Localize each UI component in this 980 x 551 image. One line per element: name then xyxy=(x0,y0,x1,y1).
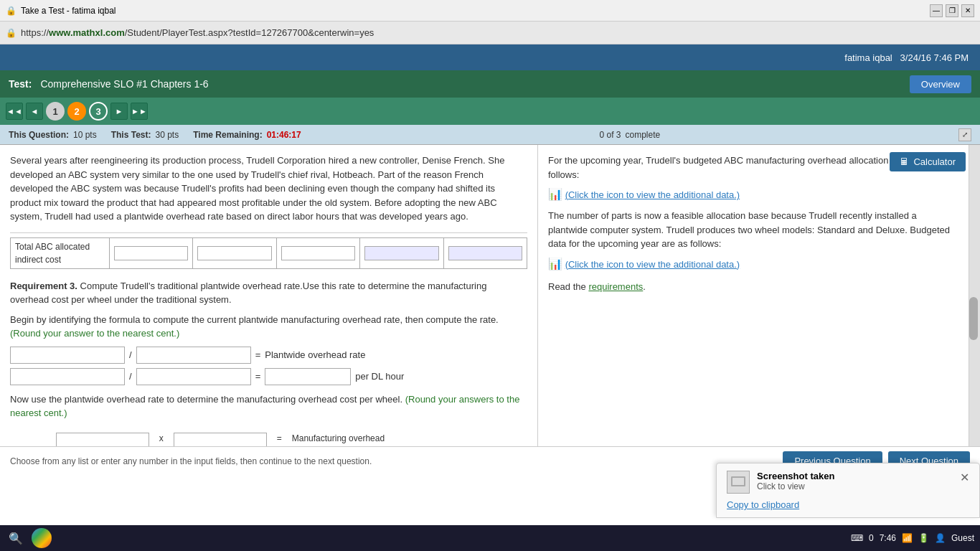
req3-formula-intro: Begin by identifying the formula to comp… xyxy=(10,314,499,325)
time-remaining-value: 01:46:17 xyxy=(267,130,301,140)
complete-count: 0 of 3 xyxy=(599,130,621,140)
data-icon-2[interactable]: 📊 xyxy=(548,258,562,270)
copy-to-clipboard-link[interactable]: Copy to clipboard xyxy=(727,499,969,510)
right-panel: For the upcoming year, Trudell's budgete… xyxy=(538,145,969,446)
nav-question-2[interactable]: 2 xyxy=(67,102,86,121)
requirement3-section: Requirement 3. Compute Trudell's traditi… xyxy=(10,279,527,447)
calculator-panel: 🖩 Calculator xyxy=(890,152,966,171)
page-icon: 🔒 xyxy=(6,6,17,16)
mfg-header-input-1[interactable] xyxy=(56,433,149,447)
minimize-button[interactable]: — xyxy=(930,4,943,17)
nav-question-1[interactable]: 1 xyxy=(46,102,65,121)
total-table: Total ABC allocated indirect cost xyxy=(10,237,527,269)
read-label: Read the xyxy=(548,281,586,292)
nav-prev-button[interactable]: ◄ xyxy=(26,103,43,120)
nav-question-3[interactable]: 3 xyxy=(89,102,108,121)
bottom-hint: Choose from any list or enter any number… xyxy=(10,456,372,466)
rate-result-input[interactable] xyxy=(265,368,351,385)
mfg-header-row: x = Manufacturing overhead xyxy=(10,426,389,447)
this-test-label: This Test: xyxy=(111,130,151,140)
time-remaining-label: Time Remaining: xyxy=(193,130,262,140)
chrome-taskbar-icon[interactable] xyxy=(32,528,52,548)
data-icon-1[interactable]: 📊 xyxy=(548,188,562,200)
page-title: Take a Test - fatima iqbal xyxy=(21,6,116,16)
datetime: 3/24/16 7:46 PM xyxy=(900,52,969,63)
guest-label: Guest xyxy=(951,533,974,543)
this-question-pts: 10 pts xyxy=(73,130,97,140)
taskbar-time: 7:46 xyxy=(880,533,896,543)
search-taskbar-icon[interactable]: 🔍 xyxy=(6,528,26,548)
this-test-pts: 30 pts xyxy=(155,130,179,140)
title-bar: 🔒 Take a Test - fatima iqbal — ❐ ✕ xyxy=(0,0,980,22)
table-row: Total ABC allocated indirect cost xyxy=(11,237,527,268)
req3-text: Compute Trudell's traditional plantwide … xyxy=(10,281,486,306)
this-question-label: This Question: xyxy=(9,130,69,140)
screenshot-title: Screenshot taken xyxy=(757,471,834,481)
calculator-button[interactable]: 🖩 Calculator xyxy=(890,152,966,171)
nav-first-button[interactable]: ◄◄ xyxy=(6,103,23,120)
req3-round-note: (Round your answer to the nearest cent.) xyxy=(10,328,179,339)
nav-next-button[interactable]: ► xyxy=(110,103,128,120)
total-abc-input-5[interactable] xyxy=(448,246,522,260)
close-notification-button[interactable]: ✕ xyxy=(960,471,969,484)
battery-icon: 🔋 xyxy=(918,533,929,543)
user-icon: 👤 xyxy=(935,533,946,543)
requirements-link[interactable]: requirements xyxy=(588,281,643,292)
right-body: The number of parts is now a feasible al… xyxy=(548,209,958,251)
scrollbar-thumb[interactable] xyxy=(969,297,978,340)
expand-button[interactable]: ⤢ xyxy=(958,128,971,141)
complete-label: complete xyxy=(626,130,661,140)
click-data-link-2[interactable]: (Click the icon to view the additional d… xyxy=(565,259,740,270)
eq-1: = xyxy=(255,348,261,362)
lang-indicator: 0 xyxy=(869,533,874,543)
mfg-overhead-table: x = Manufacturing overhead Standard x = … xyxy=(10,426,389,447)
formula-numerator-1[interactable] xyxy=(10,347,125,364)
info-bar: This Question: 10 pts This Test: 30 pts … xyxy=(0,125,980,145)
top-header: fatima iqbal 3/24/16 7:46 PM xyxy=(0,44,980,70)
test-title: Comprehensive SLO #1 Chapters 1-6 xyxy=(40,78,208,90)
test-bar: Test: Comprehensive SLO #1 Chapters 1-6 … xyxy=(0,70,980,98)
test-label: Test: xyxy=(9,78,32,90)
calc-icon: 🖩 xyxy=(900,156,909,167)
scrollbar[interactable] xyxy=(969,145,980,446)
slash-1: / xyxy=(129,348,132,362)
slash-2: / xyxy=(129,369,132,384)
nav-last-button[interactable]: ►► xyxy=(131,103,148,120)
taskbar-right: ⌨ 0 7:46 📶 🔋 👤 Guest xyxy=(851,533,974,543)
x-symbol-1: x xyxy=(156,433,166,443)
eq-symbol-1: = xyxy=(274,433,285,443)
formula-denominator-2[interactable] xyxy=(136,368,251,385)
close-button[interactable]: ✕ xyxy=(961,4,974,17)
req3-heading: Requirement 3. xyxy=(10,281,77,291)
mfg-section-intro: Now use the plantwide overhead rate to d… xyxy=(10,394,402,405)
total-abc-input-1[interactable] xyxy=(114,246,188,260)
per-dl-label: per DL hour xyxy=(355,369,404,384)
nav-bar: ◄◄ ◄ 1 2 3 ► ►► xyxy=(0,98,980,125)
click-to-view[interactable]: Click to view xyxy=(757,481,834,491)
taskbar: 🔍 ⌨ 0 7:46 📶 🔋 👤 Guest xyxy=(0,525,980,551)
formula-numerator-2[interactable] xyxy=(10,368,125,385)
restore-button[interactable]: ❐ xyxy=(946,4,958,17)
total-abc-input-3[interactable] xyxy=(281,246,355,260)
username: fatima iqbal xyxy=(844,52,892,63)
formula-denominator-1[interactable] xyxy=(136,347,251,364)
address-bar: 🔒 https://www.mathxl.com/Student/PlayerT… xyxy=(0,22,980,44)
plantwide-label: Plantwide overhead rate xyxy=(265,348,365,362)
mfg-overhead-label: Manufacturing overhead xyxy=(292,433,385,443)
left-panel-text: Several years after reengineering its pr… xyxy=(10,154,527,224)
url-display: https://www.mathxl.com/Student/PlayerTes… xyxy=(21,27,374,38)
total-abc-label: Total ABC allocated indirect cost xyxy=(11,237,110,268)
click-data-link-1[interactable]: (Click the icon to view the additional d… xyxy=(565,189,740,200)
overview-button[interactable]: Overview xyxy=(910,75,971,93)
screenshot-notification: Screenshot taken Click to view ✕ Copy to… xyxy=(716,463,980,518)
lock-icon: 🔒 xyxy=(6,28,17,38)
total-abc-input-2[interactable] xyxy=(197,246,271,260)
left-panel: Several years after reengineering its pr… xyxy=(0,145,538,446)
total-abc-input-4[interactable] xyxy=(364,246,438,260)
mfg-header-input-2[interactable] xyxy=(174,433,267,447)
eq-2: = xyxy=(255,369,261,384)
svg-rect-1 xyxy=(732,478,744,485)
keyboard-icon: ⌨ xyxy=(851,533,863,543)
screenshot-thumbnail[interactable] xyxy=(727,471,750,494)
wifi-icon: 📶 xyxy=(902,533,913,543)
